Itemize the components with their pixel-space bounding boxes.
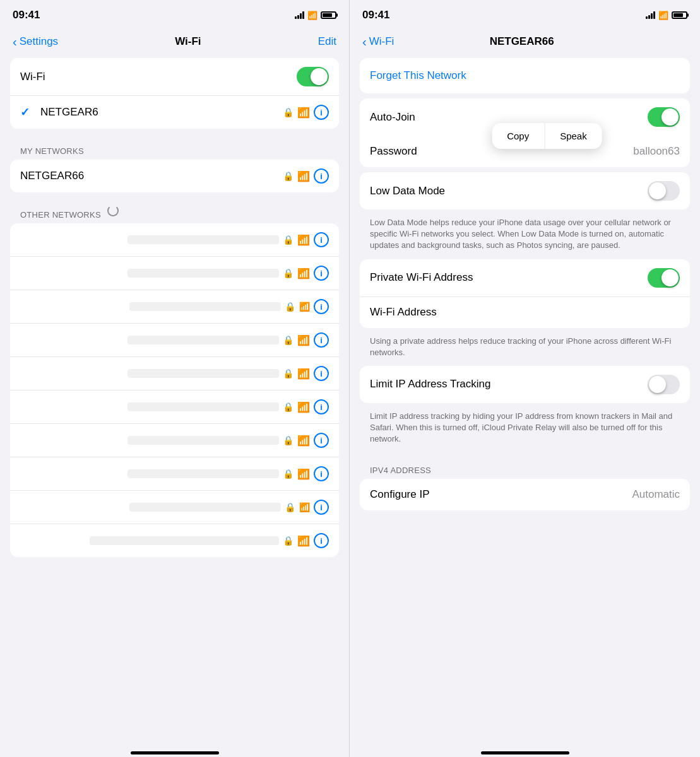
info-button[interactable]: i bbox=[314, 366, 329, 381]
private-wifi-row: Private Wi-Fi Address bbox=[360, 259, 690, 296]
other-network-row[interactable]: 🔒 📶 i bbox=[10, 490, 339, 524]
home-bar bbox=[131, 751, 219, 754]
other-networks-card: 🔒 📶 i 🔒 📶 i 🔒 📶 i bbox=[10, 223, 339, 557]
my-network-row[interactable]: NETGEAR66 🔒 📶 i bbox=[10, 160, 339, 192]
settings-back-button[interactable]: ‹ Settings bbox=[13, 35, 58, 48]
other-network-row[interactable]: 🔒 📶 i bbox=[10, 390, 339, 423]
forget-network-label: Forget This Network bbox=[370, 69, 466, 81]
speak-button[interactable]: Speak bbox=[544, 123, 602, 149]
edit-button[interactable]: Edit bbox=[318, 35, 336, 48]
info-button[interactable]: i bbox=[314, 266, 329, 281]
info-button[interactable]: i bbox=[314, 433, 329, 448]
limit-ip-toggle[interactable] bbox=[648, 375, 680, 394]
private-wifi-toggle[interactable] bbox=[648, 268, 680, 288]
other-network-row[interactable]: 🔒 📶 i bbox=[10, 290, 339, 323]
info-button[interactable]: i bbox=[314, 399, 329, 414]
info-button[interactable]: i bbox=[314, 332, 329, 348]
other-network-name-placeholder bbox=[129, 503, 281, 512]
my-networks-header: MY NETWORKS bbox=[10, 134, 339, 160]
other-network-name-placeholder bbox=[129, 302, 281, 311]
loading-spinner bbox=[107, 205, 119, 216]
toggle-knob bbox=[649, 376, 666, 393]
info-button[interactable]: i bbox=[314, 500, 329, 515]
info-button[interactable]: i bbox=[314, 232, 329, 247]
my-networks-card: NETGEAR66 🔒 📶 i bbox=[10, 160, 339, 192]
info-button[interactable]: i bbox=[314, 533, 329, 548]
private-wifi-card: Private Wi-Fi Address Wi-Fi Address bbox=[360, 259, 690, 328]
my-network-lock-icon: 🔒 bbox=[283, 171, 294, 181]
other-network-row[interactable]: 🔒 📶 i bbox=[10, 256, 339, 290]
low-data-mode-label: Low Data Mode bbox=[370, 185, 445, 197]
right-home-indicator bbox=[350, 746, 700, 757]
lock-icon: 🔒 bbox=[283, 107, 294, 117]
right-status-bar: 09:41 📶 bbox=[350, 0, 700, 28]
other-network-name-placeholder bbox=[128, 469, 279, 478]
connected-network-name: NETGEAR6 bbox=[40, 106, 98, 119]
wifi-address-row: Wi-Fi Address bbox=[360, 296, 690, 328]
other-networks-header: OTHER NETWORKS bbox=[10, 197, 104, 223]
right-wifi-status-icon: 📶 bbox=[658, 11, 668, 20]
low-data-mode-row: Low Data Mode bbox=[360, 172, 690, 209]
left-panel: 09:41 📶 ‹ Settings Wi-Fi Edit Wi-Fi bbox=[0, 0, 350, 757]
forget-network-card[interactable]: Forget This Network bbox=[360, 58, 690, 93]
right-time: 09:41 bbox=[362, 9, 389, 21]
right-nav-title: NETGEAR66 bbox=[490, 35, 554, 48]
right-panel: 09:41 📶 ‹ Wi-Fi NETGEAR66 Forget This Ne… bbox=[350, 0, 700, 757]
other-network-name-placeholder bbox=[128, 235, 279, 244]
low-data-mode-card: Low Data Mode bbox=[360, 172, 690, 209]
left-status-icons: 📶 bbox=[295, 11, 336, 20]
toggle-knob bbox=[661, 269, 679, 286]
wifi-toggle-switch[interactable] bbox=[297, 67, 329, 86]
auto-join-toggle[interactable] bbox=[648, 107, 680, 127]
signal-icon bbox=[295, 11, 304, 19]
other-network-row[interactable]: 🔒 📶 i bbox=[10, 356, 339, 390]
other-network-row[interactable]: 🔒 📶 i bbox=[10, 323, 339, 356]
info-button[interactable]: i bbox=[314, 299, 329, 314]
other-network-row[interactable]: 🔒 📶 i bbox=[10, 457, 339, 490]
info-button[interactable]: i bbox=[314, 466, 329, 481]
auto-join-label: Auto-Join bbox=[370, 111, 415, 124]
wifi-signal-icon: 📶 bbox=[297, 368, 310, 380]
my-network-wifi-icon: 📶 bbox=[297, 170, 310, 182]
wifi-signal-icon: 📶 bbox=[297, 535, 310, 547]
lock-icon: 🔒 bbox=[283, 268, 294, 278]
copy-button[interactable]: Copy bbox=[492, 123, 544, 149]
wifi-toggle-card: Wi-Fi ✓ NETGEAR6 🔒 📶 i bbox=[10, 58, 339, 129]
other-network-name-placeholder bbox=[128, 269, 279, 278]
lock-icon: 🔒 bbox=[283, 235, 294, 245]
copy-speak-popup: Copy Speak bbox=[492, 123, 602, 149]
ipv4-card: Configure IP Automatic bbox=[360, 479, 690, 510]
lock-icon: 🔒 bbox=[283, 402, 294, 412]
wifi-signal-icon: 📶 bbox=[297, 234, 310, 246]
limit-ip-row: Limit IP Address Tracking bbox=[360, 366, 690, 403]
home-indicator bbox=[0, 746, 349, 757]
other-network-row[interactable]: 🔒 📶 i bbox=[10, 524, 339, 557]
other-network-name-placeholder bbox=[128, 369, 279, 378]
wifi-signal-weak-icon: 📶 bbox=[299, 502, 310, 512]
wifi-back-button[interactable]: ‹ Wi-Fi bbox=[362, 35, 394, 48]
connected-network-info-button[interactable]: i bbox=[314, 105, 329, 120]
low-data-mode-description: Low Data Mode helps reduce your iPhone d… bbox=[360, 214, 690, 259]
other-network-row[interactable]: 🔒 📶 i bbox=[10, 423, 339, 457]
wifi-signal-icon: 📶 bbox=[297, 401, 310, 413]
toggle-knob bbox=[311, 68, 328, 85]
lock-icon: 🔒 bbox=[283, 335, 294, 345]
lock-icon: 🔒 bbox=[283, 368, 294, 378]
lock-icon: 🔒 bbox=[285, 302, 295, 312]
connected-network-row: ✓ NETGEAR6 🔒 📶 i bbox=[10, 95, 339, 129]
wifi-signal-icon: 📶 bbox=[297, 435, 310, 447]
right-status-icons: 📶 bbox=[646, 11, 687, 20]
left-nav-bar: ‹ Settings Wi-Fi Edit bbox=[0, 28, 349, 58]
low-data-mode-toggle[interactable] bbox=[648, 181, 680, 201]
lock-icon: 🔒 bbox=[283, 435, 294, 445]
password-value: balloon63 bbox=[633, 145, 680, 158]
other-network-row[interactable]: 🔒 📶 i bbox=[10, 223, 339, 256]
lock-icon: 🔒 bbox=[285, 502, 295, 512]
configure-ip-row[interactable]: Configure IP Automatic bbox=[360, 479, 690, 510]
my-network-info-button[interactable]: i bbox=[314, 168, 329, 184]
right-signal-icon bbox=[646, 11, 655, 19]
wifi-signal-icon: 📶 bbox=[297, 468, 310, 480]
configure-ip-value: Automatic bbox=[632, 488, 680, 501]
wifi-address-description: Using a private address helps reduce tra… bbox=[360, 333, 690, 366]
wifi-signal-icon: 📶 bbox=[297, 334, 310, 346]
